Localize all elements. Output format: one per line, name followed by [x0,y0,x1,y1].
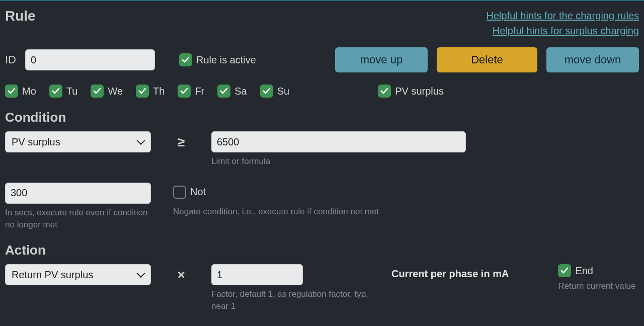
check-icon [5,85,18,98]
day-label: Th [153,86,165,97]
end-label: End [575,265,593,277]
action-title: Action [5,242,639,258]
day-sa-checkbox[interactable]: Sa [217,85,247,98]
multiply-symbol: × [170,264,192,283]
day-label: Tu [66,86,78,97]
id-input[interactable] [25,49,155,70]
day-we-checkbox[interactable]: We [91,85,123,98]
checkbox-empty-icon [173,186,186,199]
link-surplus-charging-hints[interactable]: Helpful hints for surplus charging [487,23,639,38]
pv-surplus-label: PV surplus [395,86,444,97]
check-icon [217,85,230,98]
limit-sub: Limit or formula [211,155,372,168]
end-sub: Return current value [558,280,635,292]
check-icon [260,85,273,98]
phase-label: Current per phase in mA [391,264,509,280]
check-icon [558,264,571,277]
day-label: Fr [195,86,204,97]
delete-button[interactable]: Delete [437,47,537,72]
action-param-select[interactable]: Return PV surplus [5,264,151,285]
limit-input[interactable] [211,131,466,152]
secs-sub: In secs, execute rule even if condition … [5,207,151,231]
not-sub: Negate condition, i.e., execute rule if … [173,206,379,218]
day-th-checkbox[interactable]: Th [136,85,165,98]
day-su-checkbox[interactable]: Su [260,85,289,98]
check-icon [179,53,192,66]
page-title: Rule [5,8,36,24]
link-charging-rules-hints[interactable]: Helpful hints for the charging rules [487,8,639,23]
not-label: Not [190,186,206,198]
factor-sub: Factor, default 1, as regulation factor,… [211,288,372,312]
condition-param-select[interactable]: PV surplus [5,131,151,152]
rule-active-label: Rule is active [196,54,256,66]
pv-surplus-checkbox[interactable]: PV surplus [378,85,444,98]
day-mo-checkbox[interactable]: Mo [5,85,36,98]
move-down-button[interactable]: move down [546,47,639,72]
secs-input[interactable] [5,183,151,204]
day-tu-checkbox[interactable]: Tu [49,85,78,98]
rule-active-checkbox[interactable]: Rule is active [179,53,256,66]
day-label: We [108,86,123,97]
factor-input[interactable] [211,264,303,285]
id-label: ID [5,53,16,66]
day-label: Sa [234,86,247,97]
move-up-button[interactable]: move up [335,47,428,72]
check-icon [178,85,191,98]
check-icon [49,85,62,98]
check-icon [91,85,104,98]
day-fr-checkbox[interactable]: Fr [178,85,204,98]
end-checkbox[interactable]: End [558,264,635,277]
check-icon [136,85,149,98]
condition-title: Condition [5,110,639,125]
check-icon [378,85,391,98]
not-checkbox[interactable]: Not [173,186,379,199]
day-label: Mo [22,86,36,97]
operator-symbol: ≥ [170,131,192,150]
day-label: Su [277,86,289,97]
